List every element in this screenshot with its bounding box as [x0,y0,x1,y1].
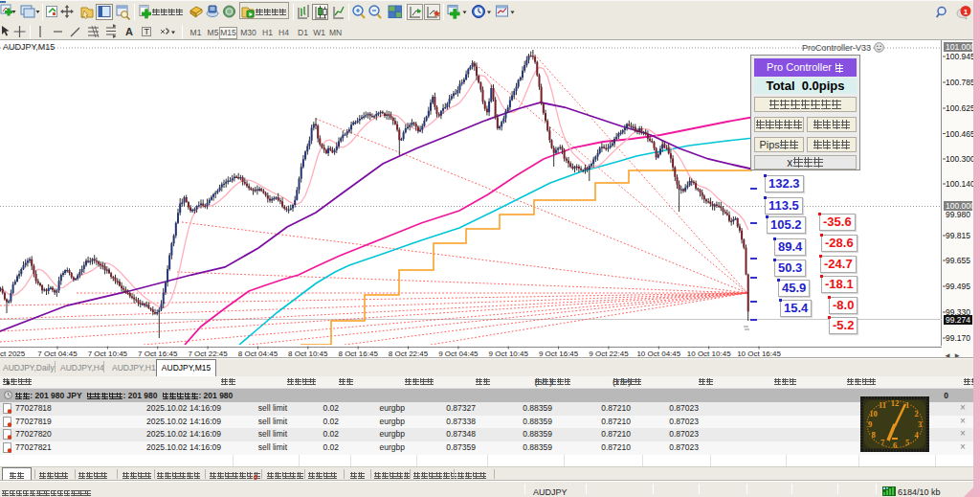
svg-text:2: 2 [914,409,918,418]
svg-text:A: A [125,26,133,37]
svg-text:3: 3 [918,419,922,429]
svg-text:12: 12 [891,398,900,408]
svg-text:6: 6 [893,441,897,450]
svg-text:T: T [145,27,150,36]
svg-text:9: 9 [868,419,872,429]
svg-text:10: 10 [869,409,878,418]
svg-text:11: 11 [879,400,886,410]
svg-text:1: 1 [964,8,969,16]
